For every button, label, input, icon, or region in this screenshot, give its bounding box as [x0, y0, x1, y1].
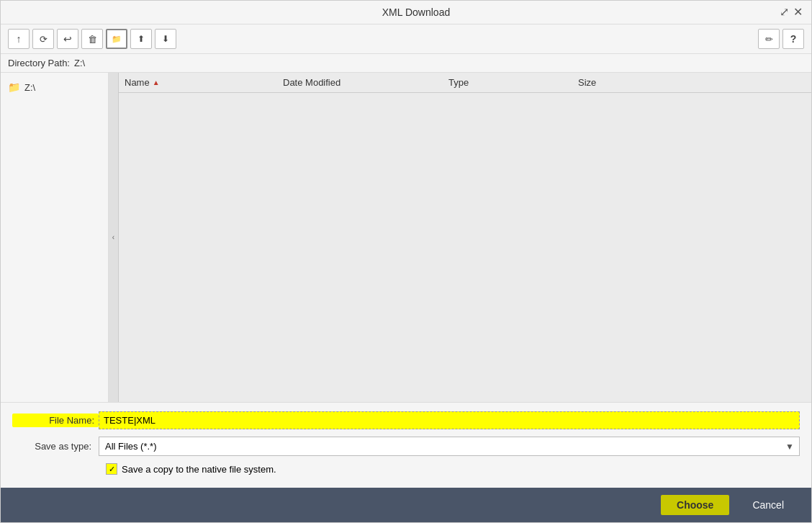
file-list-header: Name ▲ Date Modified Type Size [119, 73, 811, 93]
savetype-row: Save as type: All Files (*.*) ▼ [12, 437, 800, 456]
expand-icon[interactable]: ⤢ [780, 6, 789, 18]
file-list-body [119, 93, 811, 309]
choose-button[interactable]: Choose [661, 495, 729, 515]
toolbar-left: ↑ ⟳ ↩ 🗑 📁 ⬆ ⬇ [8, 29, 176, 49]
main-content: 📁 Z:\ ‹ Name ▲ Date Modified Type [1, 73, 811, 402]
type-col-label: Type [448, 77, 469, 88]
toolbar: ↑ ⟳ ↩ 🗑 📁 ⬆ ⬇ ✏ ? [1, 24, 811, 54]
col-type-header[interactable]: Type [443, 76, 572, 89]
sidebar-item-z[interactable]: 📁 Z:\ [1, 79, 108, 96]
back-button[interactable]: ↩ [57, 29, 78, 49]
checkbox-wrap: ✓ Save a copy to the native file system. [106, 463, 276, 475]
date-col-label: Date Modified [283, 77, 340, 88]
sort-arrow-icon: ▲ [153, 79, 160, 86]
upload-button[interactable]: ⬆ [130, 29, 152, 49]
name-col-label: Name [125, 77, 150, 88]
xml-download-dialog: XML Download ⤢ ✕ ↑ ⟳ ↩ 🗑 📁 ⬆ ⬇ ✏ ? Direc… [0, 0, 812, 523]
delete-button[interactable]: 🗑 [81, 29, 103, 49]
filename-input[interactable] [99, 411, 800, 429]
download-button[interactable]: ⬇ [155, 29, 176, 49]
cancel-button[interactable]: Cancel [736, 495, 800, 515]
sidebar: 📁 Z:\ [1, 73, 109, 402]
folder-icon: 📁 [8, 81, 20, 93]
checkbox-label: Save a copy to the native file system. [122, 464, 276, 475]
edit-button[interactable]: ✏ [758, 29, 780, 49]
refresh-button[interactable]: ⟳ [32, 29, 54, 49]
directory-bar: Directory Path: Z:\ [1, 54, 811, 73]
directory-label: Directory Path: [8, 58, 70, 68]
dialog-title: XML Download [53, 6, 780, 18]
savetype-label: Save as type: [12, 441, 99, 452]
sidebar-item-label: Z:\ [24, 82, 35, 93]
size-col-label: Size [578, 77, 596, 88]
filename-label: File Name: [12, 414, 99, 427]
checkbox-row: ✓ Save a copy to the native file system. [106, 463, 800, 475]
help-button[interactable]: ? [782, 29, 804, 49]
footer-bar: Choose Cancel [1, 488, 811, 522]
bottom-form: File Name: Save as type: All Files (*.*)… [1, 402, 811, 488]
directory-path: Z:\ [74, 58, 85, 68]
native-copy-checkbox[interactable]: ✓ [106, 463, 117, 475]
col-date-header[interactable]: Date Modified [277, 76, 443, 89]
collapse-handle[interactable]: ‹ [109, 73, 119, 402]
close-icon[interactable]: ✕ [793, 6, 803, 18]
col-name-header[interactable]: Name ▲ [119, 76, 277, 89]
col-size-header[interactable]: Size [572, 76, 811, 89]
new-folder-button[interactable]: 📁 [106, 29, 127, 49]
file-list: Name ▲ Date Modified Type Size [119, 73, 811, 402]
toolbar-right: ✏ ? [758, 29, 804, 49]
title-bar: XML Download ⤢ ✕ [1, 1, 811, 24]
title-bar-icons: ⤢ ✕ [780, 6, 803, 18]
up-button[interactable]: ↑ [8, 29, 30, 49]
savetype-select-wrapper: All Files (*.*) ▼ [99, 437, 800, 456]
savetype-select[interactable]: All Files (*.*) [99, 437, 800, 456]
filename-row: File Name: [12, 411, 800, 429]
